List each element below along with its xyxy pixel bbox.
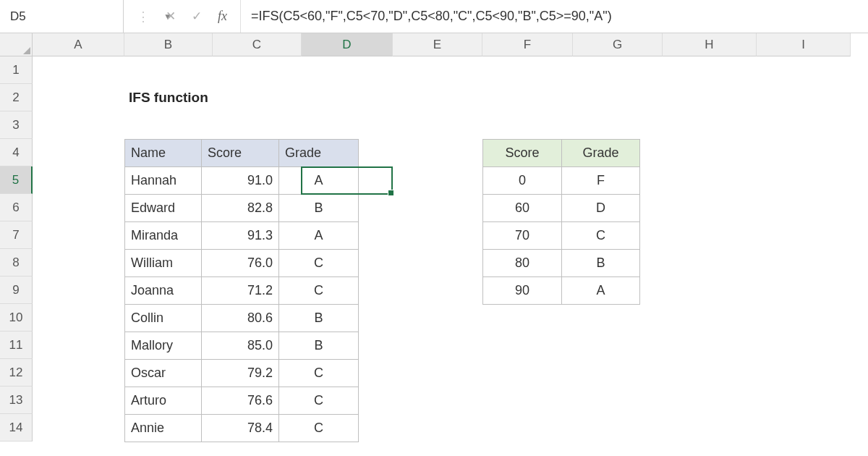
table-row: Score Grade [483, 140, 640, 167]
cell-grade[interactable]: C [279, 387, 359, 415]
name-box-container[interactable]: ▼ [0, 0, 124, 33]
row-header-8[interactable]: 8 [0, 249, 33, 276]
cell-name[interactable]: William [125, 250, 202, 277]
column-header-e[interactable]: E [393, 33, 482, 56]
row-header-3[interactable]: 3 [0, 111, 33, 139]
table-row: 0F [483, 167, 640, 195]
header-score[interactable]: Score [483, 140, 562, 167]
table-row: Hannah91.0A [125, 167, 359, 195]
column-header-f[interactable]: F [482, 33, 573, 56]
sheet-title: IFS function [129, 90, 208, 106]
formula-bar: ▼ ⋮ ✕ ✓ fx [0, 0, 868, 33]
cell-score[interactable]: 78.4 [202, 415, 279, 442]
table-row: Oscar79.2C [125, 360, 359, 387]
column-header-c[interactable]: C [213, 33, 302, 56]
column-header-b[interactable]: B [124, 33, 213, 56]
cell-score[interactable]: 76.0 [202, 250, 279, 277]
cell-name[interactable]: Collin [125, 305, 202, 332]
cell-score[interactable]: 85.0 [202, 332, 279, 360]
cell-name[interactable]: Edward [125, 195, 202, 222]
enter-icon[interactable]: ✓ [192, 9, 202, 24]
cell-score[interactable]: 80.6 [202, 305, 279, 332]
cell-grade[interactable]: C [279, 415, 359, 442]
row-header-6[interactable]: 6 [0, 194, 33, 221]
cell-name[interactable]: Annie [125, 415, 202, 442]
table-row: Annie78.4C [125, 415, 359, 442]
cell-name[interactable]: Oscar [125, 360, 202, 387]
table-row: Joanna71.2C [125, 277, 359, 305]
table-row: Edward82.8B [125, 195, 359, 222]
row-header-9[interactable]: 9 [0, 276, 33, 304]
cell-grade[interactable]: C [279, 277, 359, 305]
cell-score[interactable]: 70 [483, 222, 562, 250]
cell-grade[interactable]: C [562, 222, 640, 250]
separator-icon: ⋮ [137, 10, 150, 23]
select-all-corner[interactable] [0, 33, 33, 56]
cell-score[interactable]: 80 [483, 250, 562, 277]
cell-grade[interactable]: A [562, 277, 640, 305]
column-header-h[interactable]: H [663, 33, 757, 56]
cell-name[interactable]: Arturo [125, 387, 202, 415]
row-header-7[interactable]: 7 [0, 221, 33, 249]
cell-grade[interactable]: B [279, 195, 359, 222]
cell-grade[interactable]: B [279, 332, 359, 360]
spreadsheet-grid: ABCDEFGHI 1234567891011121314 IFS functi… [0, 33, 868, 456]
column-header-i[interactable]: I [757, 33, 851, 56]
table-row: Name Score Grade [125, 140, 359, 167]
header-name[interactable]: Name [125, 140, 202, 167]
cell-score[interactable]: 90 [483, 277, 562, 305]
column-header-d[interactable]: D [302, 33, 393, 56]
header-score[interactable]: Score [202, 140, 279, 167]
cell-score[interactable]: 71.2 [202, 277, 279, 305]
cell-grade[interactable]: D [562, 195, 640, 222]
row-header-4[interactable]: 4 [0, 139, 33, 166]
row-header-10[interactable]: 10 [0, 304, 33, 332]
cell-score[interactable]: 79.2 [202, 360, 279, 387]
header-grade[interactable]: Grade [279, 140, 359, 167]
row-header-14[interactable]: 14 [0, 414, 33, 442]
cell-score[interactable]: 76.6 [202, 387, 279, 415]
row-header-13[interactable]: 13 [0, 387, 33, 414]
column-headers: ABCDEFGHI [33, 33, 851, 56]
cell-grade[interactable]: A [279, 167, 359, 195]
row-header-11[interactable]: 11 [0, 332, 33, 359]
table-row: William76.0C [125, 250, 359, 277]
row-header-12[interactable]: 12 [0, 359, 33, 387]
cell-score[interactable]: 0 [483, 167, 562, 195]
header-grade[interactable]: Grade [562, 140, 640, 167]
cell-score[interactable]: 60 [483, 195, 562, 222]
table-row: Collin80.6B [125, 305, 359, 332]
row-header-2[interactable]: 2 [0, 84, 33, 111]
column-header-a[interactable]: A [33, 33, 124, 56]
column-header-g[interactable]: G [573, 33, 663, 56]
cell-grade[interactable]: B [562, 250, 640, 277]
table-row: 60D [483, 195, 640, 222]
cell-name[interactable]: Hannah [125, 167, 202, 195]
table-row: 70C [483, 222, 640, 250]
row-header-1[interactable]: 1 [0, 56, 33, 84]
fx-icon[interactable]: fx [218, 9, 227, 24]
cancel-icon[interactable]: ✕ [166, 9, 176, 24]
table-row: Mallory85.0B [125, 332, 359, 360]
cell-grade[interactable]: C [279, 250, 359, 277]
cell-name[interactable]: Miranda [125, 222, 202, 250]
table-row: 90A [483, 277, 640, 305]
table-row: Miranda91.3A [125, 222, 359, 250]
cells-area[interactable]: IFS function Name Score Grade Hannah91.0… [33, 56, 851, 456]
cell-name[interactable]: Mallory [125, 332, 202, 360]
cell-grade[interactable]: B [279, 305, 359, 332]
formula-input[interactable] [241, 0, 868, 33]
formula-bar-buttons: ⋮ ✕ ✓ fx [124, 0, 241, 33]
table-row: 80B [483, 250, 640, 277]
cell-score[interactable]: 91.0 [202, 167, 279, 195]
cell-grade[interactable]: A [279, 222, 359, 250]
cell-name[interactable]: Joanna [125, 277, 202, 305]
cell-score[interactable]: 91.3 [202, 222, 279, 250]
table-row: Arturo76.6C [125, 387, 359, 415]
row-header-5[interactable]: 5 [0, 166, 33, 194]
row-headers: 1234567891011121314 [0, 56, 33, 456]
cell-score[interactable]: 82.8 [202, 195, 279, 222]
cell-grade[interactable]: C [279, 360, 359, 387]
cell-grade[interactable]: F [562, 167, 640, 195]
grades-table: Name Score Grade Hannah91.0AEdward82.8BM… [124, 139, 359, 442]
